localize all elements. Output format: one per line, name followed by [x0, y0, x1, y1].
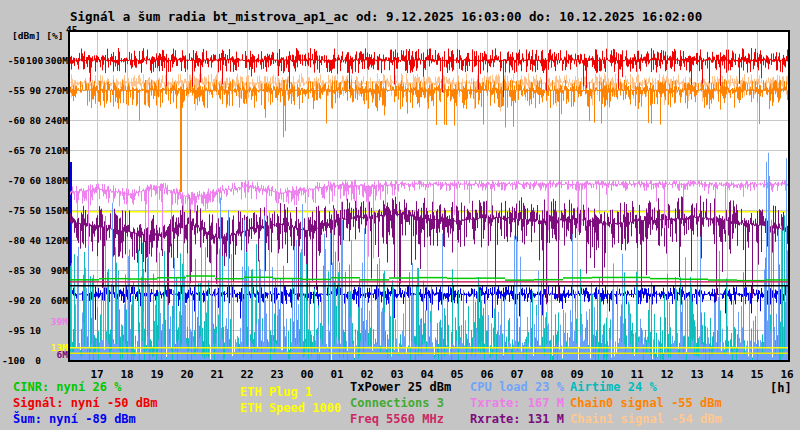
y-axis-value-mbit: 240M [42, 115, 68, 126]
legend-item-signal: Signál: nyní -50 dBm [13, 397, 158, 410]
y-axis-value-dbm: -80 [0, 235, 25, 246]
legend-item-airtime: Airtime 24 % [570, 381, 657, 394]
x-axis-hour-label: 19 [142, 369, 172, 381]
x-axis-hour-label: 20 [172, 369, 202, 381]
y-axis-marker-6M: 6M [42, 349, 68, 360]
x-axis-hour-label: 01 [322, 369, 352, 381]
y-axis-value-dbm: -85 [0, 265, 25, 276]
graph-title: Signál a šum radia bt_mistrova_ap1_ac od… [70, 9, 702, 24]
y-axis-value-mbit: 120M [42, 235, 68, 246]
legend-item-txpower: TxPower 25 dBm [350, 381, 451, 394]
legend-item-cinr: CINR: nyní 26 % [13, 381, 121, 394]
x-axis-hour-label: 16 [772, 369, 800, 381]
y-axis-value-pct: 0 [26, 355, 41, 366]
plot-frame [68, 30, 790, 362]
legend-item-noise: Šum: nyní -89 dBm [13, 413, 136, 426]
y-axis-value-dbm: -55 [0, 85, 25, 96]
legend-item-eth-plug: ETH Plug 1 [240, 386, 312, 399]
mrtg-signal-graph-page: Signál a šum radia bt_mistrova_ap1_ac od… [0, 0, 800, 430]
y-axis-value-dbm: -60 [0, 115, 25, 126]
y-axis-value-pct: 60 [26, 175, 41, 186]
y-axis-value-dbm: -70 [0, 175, 25, 186]
y-axis-value-mbit: 150M [42, 205, 68, 216]
legend-item-connections: Connections 3 [350, 397, 444, 410]
y-axis-value-mbit: 300M [42, 55, 68, 66]
y-axis-value-mbit: 60M [42, 295, 68, 306]
y-axis-marker-39M: 39M [42, 316, 68, 327]
y-axis-value-pct: 70 [26, 145, 41, 156]
y-axis-value-pct: 10 [26, 325, 41, 336]
legend-item-freq: Freq 5560 MHz [350, 413, 444, 426]
legend-item-eth-speed: ETH Speed 1000 [240, 402, 341, 415]
y-axis-value-pct: 50 [26, 205, 41, 216]
y-axis-value-mbit: 180M [42, 175, 68, 186]
y-axis-value-mbit: 270M [42, 85, 68, 96]
x-axis-hour-label: 21 [202, 369, 232, 381]
y-axis-value-pct: 90 [26, 85, 41, 96]
x-axis-hour-label: 00 [292, 369, 322, 381]
y-axis-value-dbm: -100 [0, 355, 25, 366]
x-axis-hour-label: 14 [712, 369, 742, 381]
y-axis-value-pct: 40 [26, 235, 41, 246]
y-axis-units-label: [dBm] [%] [12, 30, 63, 41]
y-axis-value-pct: 100 [26, 55, 41, 66]
legend-item-chain1-signal: Chain1 signal -54 dBm [570, 413, 722, 426]
y-axis-value-pct: 20 [26, 295, 41, 306]
x-axis-hour-label: 22 [232, 369, 262, 381]
y-axis-value-pct: 30 [26, 265, 41, 276]
y-axis-value-dbm: -65 [0, 145, 25, 156]
legend-item-txrate: Txrate: 167 M [470, 397, 564, 410]
x-axis-hour-label: 13 [682, 369, 712, 381]
x-axis-hour-label: 15 [742, 369, 772, 381]
y-axis-value-dbm: -95 [0, 325, 25, 336]
legend-item-rxrate: Rxrate: 131 M [470, 413, 564, 426]
y-axis-value-mbit: 90M [42, 265, 68, 276]
y-axis-value-dbm: -75 [0, 205, 25, 216]
x-axis-unit-label: [h] [770, 381, 792, 395]
y-axis-value-pct: 80 [26, 115, 41, 126]
y-axis-value-mbit: 210M [42, 145, 68, 156]
x-axis-hour-label: 23 [262, 369, 292, 381]
y-axis-value-dbm: -90 [0, 295, 25, 306]
y-axis-value-dbm: -50 [0, 55, 25, 66]
legend-item-chain0-signal: Chain0 signal -55 dBm [570, 397, 722, 410]
chart-canvas [70, 32, 788, 360]
legend-item-cpu-load: CPU load 23 % [470, 381, 564, 394]
